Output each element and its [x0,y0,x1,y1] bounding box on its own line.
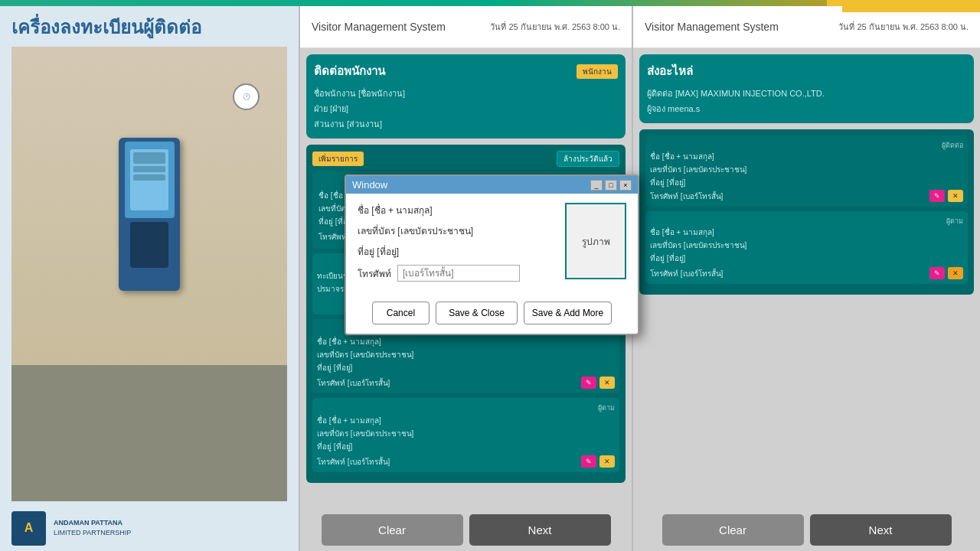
companion-2-name: ชื่อ [ชื่อ + นามสกุล] [317,336,615,347]
right-panel: Visitor Management System วันที่ 25 กันย… [632,6,980,551]
middle-footer: Clear Next [300,509,632,551]
logo-text: ANDAMAN PATTANA LIMITED PARTNERSHIP [54,518,131,537]
win-address-label: ที่อยู่ [ที่อยู่] [358,244,557,259]
right-main-delete-btn[interactable]: ✕ [948,190,963,202]
right-main-edit-btn[interactable]: ✎ [929,190,945,202]
window-body: ชื่อ [ชื่อ + นามสกุล] เลขที่บัตร [เลขบัต… [346,194,638,297]
employee-division-field: ฝ่าย [ฝ่าย] [314,102,618,116]
win-name-label: ชื่อ [ชื่อ + นามสกุล] [358,203,557,217]
right-clear-button[interactable]: Clear [662,514,804,546]
right-visitor-section: ผู้ติดต่อ ชื่อ [ชื่อ + นามสกุล] เลขที่บั… [639,129,974,295]
right-id: เลขที่บัตร [เลขบัตรประชาชน] [650,240,963,251]
companion-3-label: ผู้ตาม [598,403,615,413]
window-modal: Window _ □ × ชื่อ [ชื่อ + นามสกุล] เลขที… [345,174,639,335]
clear-history-button[interactable]: ล้างประวัติแล้ว [557,151,619,167]
save-close-button[interactable]: Save & Close [436,302,518,324]
companion-3-address: ที่อยู่ [ที่อยู่] [317,441,615,452]
left-panel: เครื่องลงทะเบียนผู้ติดต่อ [0,6,299,551]
window-title: Window [352,179,387,191]
section-title: ติดต่อพนักงาน [314,62,385,80]
companion-card-3: ผู้ตาม ชื่อ [ชื่อ + นามสกุล] เลขที่บัตร … [312,398,619,472]
window-minimize-btn[interactable]: _ [590,180,603,191]
companion-2-phone: โทรศัพท์ [เบอร์โทรสั้น] [317,377,578,389]
window-close-btn[interactable]: × [619,180,632,191]
companion-3-delete-btn[interactable]: ✕ [599,455,615,468]
companion-3-edit-btn[interactable]: ✎ [581,455,596,468]
contact-employee-section: ติดต่อพนักงาน พนักงาน ชื่อพนักงาน [ชื่อพ… [306,54,626,139]
photo-placeholder: รูปภาพ [565,203,626,279]
right-contact-label: ผู้ติดต่อ [942,140,963,151]
right-main-contact: ผู้ติดต่อ ชื่อ [ชื่อ + นามสกุล] เลขที่บั… [645,135,968,207]
right-phone: โทรศัพท์ [เบอร์โทรสั้น] [650,268,926,279]
right-footer: Clear Next [633,509,980,551]
companion-2-edit-btn[interactable]: ✎ [581,377,596,389]
win-phone-input[interactable] [397,265,520,282]
right-main-address: ที่อยู่ [ที่อยู่] [650,177,963,188]
top-accent-bar [842,6,980,12]
page-title: เครื่องลงทะเบียนผู้ติดต่อ [0,6,299,43]
contact-info: ผู้ติดต่อ [MAX] MAXIMUN INJECTION CO.,LT… [647,86,966,100]
right-name: ชื่อ [ชื่อ + นามสกุล] [650,227,963,238]
parts-section: ส่งอะไหล่ ผู้ติดต่อ [MAX] MAXIMUN INJECT… [639,54,974,123]
middle-clear-button[interactable]: Clear [322,514,463,546]
middle-system-title: Visitor Management System [312,21,446,33]
add-more-button[interactable]: เพิ่มรายการ [312,152,364,166]
window-controls: _ □ × [590,180,632,191]
win-id-label: เลขที่บัตร [เลขบัตรประชาชน] [358,223,557,238]
window-titlebar: Window _ □ × [346,176,638,194]
right-address: ที่อยู่ [ที่อยู่] [650,253,963,264]
right-follower-label: ผู้ตาม [946,216,963,227]
right-body: ส่งอะไหล่ ผู้ติดต่อ [MAX] MAXIMUN INJECT… [633,48,980,509]
right-edit-btn[interactable]: ✎ [929,267,945,279]
request-info: ผู้จอง meena.s [647,102,966,116]
badge-employee: พนักงาน [577,64,618,79]
left-logo: A ANDAMAN PATTANA LIMITED PARTNERSHIP [0,505,299,551]
cancel-button[interactable]: Cancel [372,302,430,324]
win-phone-label: โทรศัพท์ [358,266,391,281]
companion-2-delete-btn[interactable]: ✕ [599,377,615,389]
middle-date: วันที่ 25 กันยายน พ.ศ. 2563 8:00 น. [490,20,620,34]
window-footer: Cancel Save & Close Save & Add More [346,297,638,334]
right-register-card: ผู้ตาม ชื่อ [ชื่อ + นามสกุล] เลขที่บัตร … [645,211,968,284]
right-date: วันที่ 25 กันยายน พ.ศ. 2563 8:00 น. [838,20,969,34]
left-photo: 🕐 [11,47,287,501]
right-section-title: ส่งอะไหล่ [647,64,693,77]
companion-3-id: เลขที่บัตร [เลขบัตรประชาชน] [317,428,615,439]
right-next-button[interactable]: Next [810,514,952,546]
right-main-phone: โทรศัพท์ [เบอร์โทรสั้น] [650,191,926,202]
save-add-button[interactable]: Save & Add More [524,302,612,324]
middle-header: Visitor Management System วันที่ 25 กันย… [300,6,632,48]
window-maximize-btn[interactable]: □ [605,180,617,191]
employee-department-field: ส่วนงาน [ส่วนงาน] [314,117,618,131]
companion-2-id: เลขที่บัตร [เลขบัตรประชาชน] [317,349,615,360]
companion-2-address: ที่อยู่ [ที่อยู่] [317,362,615,373]
companion-3-name: ชื่อ [ชื่อ + นามสกุล] [317,415,615,426]
photo-label: รูปภาพ [582,234,610,249]
employee-name-field: ชื่อพนักงาน [ชื่อพนักงาน] [314,86,618,100]
companion-3-phone: โทรศัพท์ [เบอร์โทรสั้น] [317,456,578,468]
right-system-title: Visitor Management System [645,21,779,33]
right-delete-btn[interactable]: ✕ [948,267,963,279]
right-header: Visitor Management System วันที่ 25 กันย… [633,6,980,48]
middle-next-button[interactable]: Next [469,514,611,546]
right-main-id: เลขที่บัตร [เลขบัตรประชาชน] [650,164,963,175]
right-main-name: ชื่อ [ชื่อ + นามสกุล] [650,151,963,162]
